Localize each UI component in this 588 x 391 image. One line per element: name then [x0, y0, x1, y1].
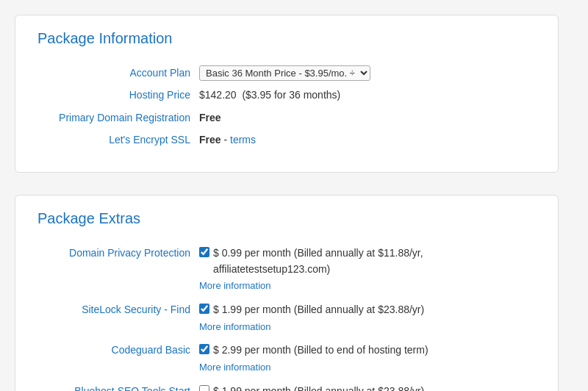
ssl-value: Free - terms — [199, 132, 256, 148]
domain-privacy-more-info[interactable]: More information — [199, 279, 423, 294]
seo-tools-label: Bluehost SEO Tools Start — [37, 383, 199, 391]
seo-tools-value: $ 1.99 per month (Billed annually at $23… — [199, 383, 424, 391]
codeguard-label: Codeguard Basic — [37, 342, 199, 358]
primary-domain-label: Primary Domain Registration — [37, 110, 199, 126]
sitelock-more-info[interactable]: More information — [199, 320, 424, 335]
account-plan-row: Account Plan Basic 36 Month Price - $3.9… — [37, 65, 536, 81]
primary-domain-value: Free — [199, 110, 221, 126]
seo-tools-checkbox[interactable] — [199, 385, 209, 391]
package-extras-title: Package Extras — [37, 210, 536, 233]
sitelock-value: $ 1.99 per month (Billed annually at $23… — [199, 301, 424, 334]
hosting-price-row: Hosting Price $142.20 ($3.95 for 36 mont… — [37, 87, 536, 103]
primary-domain-row: Primary Domain Registration Free — [37, 110, 536, 126]
codeguard-checkbox[interactable] — [199, 344, 209, 354]
seo-tools-row: Bluehost SEO Tools Start $ 1.99 per mont… — [37, 383, 536, 391]
sitelock-checkbox[interactable] — [199, 304, 209, 314]
domain-privacy-value: $ 0.99 per month (Billed annually at $11… — [199, 245, 423, 295]
domain-privacy-text: $ 0.99 per month (Billed annually at $11… — [213, 245, 423, 278]
account-plan-select[interactable]: Basic 36 Month Price - $3.95/mo. ÷ — [199, 65, 370, 81]
account-plan-value: Basic 36 Month Price - $3.95/mo. ÷ — [199, 65, 370, 81]
codeguard-row: Codeguard Basic $ 2.99 per month (Billed… — [37, 342, 536, 375]
domain-privacy-row: Domain Privacy Protection $ 0.99 per mon… — [37, 245, 536, 295]
hosting-price-value: $142.20 ($3.95 for 36 months) — [199, 87, 340, 103]
package-information-card: Package Information Account Plan Basic 3… — [15, 15, 559, 173]
package-extras-card: Package Extras Domain Privacy Protection… — [15, 195, 559, 391]
sitelock-row: SiteLock Security - Find $ 1.99 per mont… — [37, 301, 536, 334]
package-info-title: Package Information — [37, 30, 536, 53]
hosting-price-label: Hosting Price — [37, 87, 199, 103]
ssl-row: Let's Encrypt SSL Free - terms — [37, 132, 536, 148]
codeguard-text: $ 2.99 per month (Billed to end of hosti… — [213, 342, 429, 358]
ssl-label: Let's Encrypt SSL — [37, 132, 199, 148]
account-plan-label: Account Plan — [37, 65, 199, 81]
sitelock-label: SiteLock Security - Find — [37, 301, 199, 318]
codeguard-more-info[interactable]: More information — [199, 360, 429, 376]
domain-privacy-checkbox[interactable] — [199, 247, 209, 257]
sitelock-text: $ 1.99 per month (Billed annually at $23… — [213, 301, 424, 318]
codeguard-value: $ 2.99 per month (Billed to end of hosti… — [199, 342, 429, 375]
ssl-terms-link[interactable]: terms — [230, 134, 256, 146]
seo-tools-text: $ 1.99 per month (Billed annually at $23… — [213, 383, 424, 391]
domain-privacy-label: Domain Privacy Protection — [37, 245, 199, 261]
